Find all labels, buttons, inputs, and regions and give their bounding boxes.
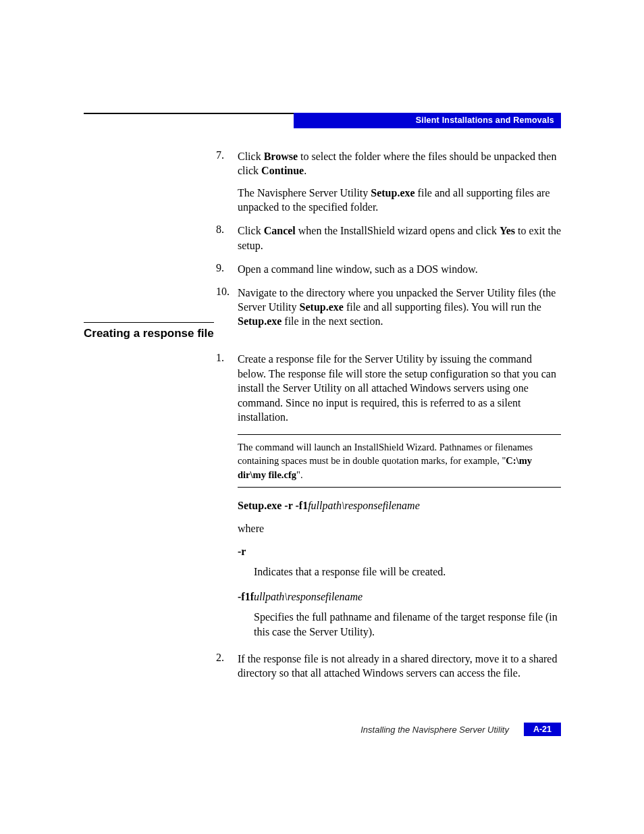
top-rule-left bbox=[84, 113, 294, 114]
body-column-lower: 1.Create a response file for the Server … bbox=[216, 352, 561, 690]
page: Silent Installations and Removals 7.Clic… bbox=[0, 0, 644, 834]
list-body: If the response file is not already in a… bbox=[238, 652, 561, 681]
paragraph: Create a response file for the Server Ut… bbox=[238, 352, 561, 425]
section-heading-block: Creating a response file bbox=[84, 322, 561, 340]
list-item: 7.Click Browse to select the folder wher… bbox=[216, 149, 561, 214]
page-number-box: A-21 bbox=[524, 723, 561, 736]
where-label: where bbox=[238, 523, 561, 535]
paragraph: Click Cancel when the InstallShield wiza… bbox=[238, 224, 561, 252]
section-rule bbox=[84, 322, 214, 323]
paragraph: If the response file is not already in a… bbox=[238, 652, 561, 681]
list-number: 2. bbox=[216, 652, 238, 681]
body-column-upper: 7.Click Browse to select the folder wher… bbox=[216, 149, 561, 338]
list-body: Click Cancel when the InstallShield wiza… bbox=[238, 224, 561, 252]
paragraph: Open a command line window, such as a DO… bbox=[238, 262, 561, 276]
definition-description: Indicates that a response file will be c… bbox=[254, 565, 561, 579]
paragraph: The Navisphere Server Utility Setup.exe … bbox=[238, 186, 561, 214]
list-body: Click Browse to select the folder where … bbox=[238, 149, 561, 214]
list-number: 7. bbox=[216, 149, 238, 214]
list-number: 1. bbox=[216, 352, 238, 425]
definition-list: -rIndicates that a response file will be… bbox=[216, 546, 561, 640]
header-bar: Silent Installations and Removals bbox=[294, 113, 561, 128]
definition-description: Specifies the full pathname and filename… bbox=[254, 610, 561, 639]
page-footer: Installing the Navisphere Server Utility… bbox=[84, 723, 561, 736]
command-line: Setup.exe -r -f1fullpath\responsefilenam… bbox=[238, 500, 561, 512]
section-heading: Creating a response file bbox=[84, 327, 561, 340]
header-section-label: Silent Installations and Removals bbox=[294, 113, 561, 125]
list-item: 1.Create a response file for the Server … bbox=[216, 352, 561, 425]
list-item: 2.If the response file is not already in… bbox=[216, 652, 561, 681]
definition-term: -r bbox=[238, 546, 561, 558]
note-rule-bottom bbox=[238, 487, 561, 488]
note-text: The command will launch an InstallShield… bbox=[238, 435, 561, 487]
ordered-steps-b1: 1.Create a response file for the Server … bbox=[216, 352, 561, 425]
list-item: 8.Click Cancel when the InstallShield wi… bbox=[216, 224, 561, 252]
list-body: Create a response file for the Server Ut… bbox=[238, 352, 561, 425]
list-number: 8. bbox=[216, 224, 238, 252]
paragraph: Click Browse to select the folder where … bbox=[238, 149, 561, 178]
definition-term: -f1fullpath\responsefilename bbox=[238, 591, 561, 603]
list-number: 9. bbox=[216, 262, 238, 276]
list-body: Open a command line window, such as a DO… bbox=[238, 262, 561, 276]
ordered-steps-upper: 7.Click Browse to select the folder wher… bbox=[216, 149, 561, 328]
ordered-steps-b2: 2.If the response file is not already in… bbox=[216, 652, 561, 681]
list-item: 9.Open a command line window, such as a … bbox=[216, 262, 561, 276]
footer-title: Installing the Navisphere Server Utility bbox=[360, 725, 509, 735]
note-box: The command will launch an InstallShield… bbox=[238, 434, 561, 488]
